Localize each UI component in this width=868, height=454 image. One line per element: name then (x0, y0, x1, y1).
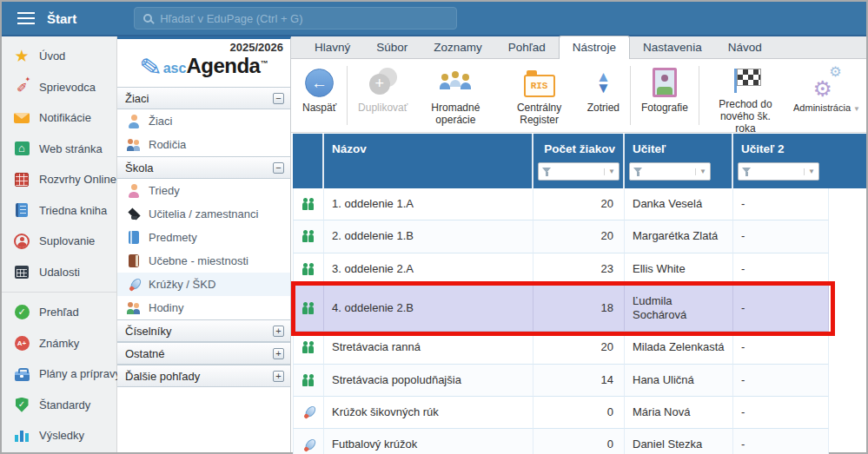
column-header-ucitel[interactable]: Učiteľ (625, 134, 733, 157)
star-icon (13, 48, 30, 65)
cell-name[interactable]: 4. oddelenie 2.B (324, 286, 533, 332)
back-button[interactable]: Naspäť (296, 64, 342, 132)
table-row[interactable]: 3. oddelenie 2.A 23 Ellis White - (293, 253, 829, 286)
left-sidebar: Úvod Sprievodca Notifikácie Web stránka … (2, 36, 117, 452)
sidebar-item-notifikacie[interactable]: Notifikácie (2, 102, 116, 134)
central-register-button[interactable]: RISCentrálny Register (497, 64, 580, 132)
sidebar-item-prehlad[interactable]: Prehľad (2, 297, 116, 328)
rocket-icon (302, 438, 315, 451)
sort-button[interactable]: Zotried (581, 64, 626, 132)
cell-name[interactable]: Futbalový krúžok (324, 429, 533, 454)
new-school-year-button[interactable]: Prechod do nového šk. roka (704, 64, 787, 132)
expand-toggle-icon[interactable]: + (273, 371, 284, 382)
tree-item-ucitelia[interactable]: Učitelia / zamestnanci (117, 202, 290, 226)
table-row[interactable]: Stretávacia popoludňajšia 14 Hana Uličná… (293, 365, 829, 397)
column-header-ucitel-2[interactable]: Učiteľ 2 (733, 134, 829, 157)
sidebar-item-rozvrhy-online[interactable]: Rozvrhy Online (2, 164, 116, 195)
tree-section-ostatne[interactable]: Ostatné+ (117, 342, 290, 365)
sidebar-item-standardy[interactable]: Štandardy (2, 390, 116, 421)
tree-section-dalsie-pohlady[interactable]: Ďalšie pohľady+ (117, 365, 290, 387)
row-icon-cell (293, 429, 324, 454)
sidebar-item-suplovanie[interactable]: Suplovanie (2, 226, 116, 257)
person-circle-icon (13, 233, 30, 250)
tree-item-ucebne[interactable]: Učebne - miestnosti (117, 249, 290, 273)
sort-arrows-icon (596, 66, 611, 99)
tree-item-kruzky-skd[interactable]: Krúžky / ŠKD (117, 273, 290, 296)
cell-name[interactable]: 3. oddelenie 2.A (324, 253, 533, 286)
children-icon (301, 374, 315, 386)
timetable-grid-icon (13, 171, 30, 188)
table-row-selected[interactable]: 4. oddelenie 2.B 18 Ľudmila Sochárová - (293, 286, 829, 332)
table-row[interactable]: Futbalový krúžok 0 Daniel Stezka - (293, 429, 829, 454)
tab-pohlad[interactable]: Pohľad (495, 36, 559, 58)
cell-name[interactable]: 2. oddelenie 1.B (324, 220, 533, 253)
hamburger-icon[interactable] (17, 12, 35, 24)
sidebar-divider (2, 292, 116, 293)
table-row[interactable]: 1. oddelenie 1.A 20 Danka Veselá - (293, 188, 829, 220)
sidebar-item-znamky[interactable]: Známky (2, 328, 116, 359)
tree-item-hodiny[interactable]: Hodiny (117, 296, 290, 319)
photos-button[interactable]: Fotografie (635, 64, 694, 132)
filter-dropdown-ucitel-2[interactable] (738, 162, 819, 181)
tab-hlavny[interactable]: Hlavný (301, 36, 363, 58)
filter-cell (625, 157, 733, 188)
children-icon (301, 302, 315, 314)
tab-subor[interactable]: Súbor (363, 36, 421, 58)
collapse-toggle-icon[interactable]: − (273, 162, 284, 174)
tree-item-predmety[interactable]: Predmety (117, 226, 290, 249)
collapse-toggle-icon[interactable]: − (273, 93, 284, 104)
table-row[interactable]: Krúžok šikovných rúk 0 Mária Nová - (293, 397, 829, 429)
filter-funnel-icon (633, 167, 643, 176)
tab-nastroje[interactable]: Nástroje (559, 36, 630, 59)
sidebar-item-triedna-kniha[interactable]: Triedna kniha (2, 195, 116, 227)
sidebar-item-vysledky[interactable]: Výsledky (2, 420, 116, 451)
filter-dropdown-pocet-ziakov[interactable] (538, 162, 620, 181)
table-row[interactable]: Stretávacia ranná 20 Milada Zelenkastá - (293, 332, 829, 364)
tab-navod[interactable]: Návod (715, 36, 775, 58)
briefcase-icon (13, 365, 30, 383)
cell-teacher: Danka Veselá (625, 188, 733, 220)
filter-dropdown-ucitel[interactable] (629, 162, 711, 181)
administration-button[interactable]: Administrácia▼ (787, 64, 866, 132)
expand-toggle-icon[interactable]: + (273, 326, 284, 337)
cell-name[interactable]: Krúžok šikovných rúk (324, 397, 533, 429)
calendar-icon (13, 263, 30, 280)
cell-name[interactable]: Stretávacia ranná (324, 332, 533, 364)
sidebar-item-plany-a-pripravy[interactable]: Plány a prípravy (2, 359, 116, 390)
row-icon-cell (293, 253, 324, 286)
table-row[interactable]: 2. oddelenie 1.B 20 Margarétka Zlatá - (293, 220, 829, 253)
bulk-operations-button[interactable]: Hromadné operácie (414, 64, 497, 132)
toolbar-divider (347, 66, 348, 125)
cell-teacher: Margarétka Zlatá (625, 220, 733, 253)
app-window: Štart Úvod Sprievodca Notifikácie Web st… (0, 0, 868, 454)
cell-count: 0 (533, 397, 625, 429)
column-header-pocet-ziakov[interactable]: Počet žiakov (533, 134, 625, 157)
search-input[interactable] (160, 12, 447, 25)
sidebar-item-web-stranka[interactable]: Web stránka (2, 134, 116, 165)
sidebar-item-uvod[interactable]: Úvod (2, 41, 116, 72)
tree-section-ciselniky[interactable]: Číselníky+ (117, 319, 290, 342)
tree-section-skola[interactable]: Škola− (117, 156, 290, 179)
agenda-panel: 2025/2026 asc Agenda ™ Žiaci− Žiaci Rodi… (117, 36, 291, 452)
tree-item-triedy[interactable]: Triedy (117, 179, 290, 202)
sidebar-item-sprievodca[interactable]: Sprievodca (2, 72, 116, 103)
tree-item-rodicia[interactable]: Rodičia (117, 133, 290, 156)
expand-toggle-icon[interactable]: + (273, 348, 284, 359)
asc-agenda-logo: asc Agenda ™ (117, 54, 290, 87)
search-box[interactable] (134, 7, 457, 30)
tab-zoznamy[interactable]: Zoznamy (421, 36, 495, 58)
cell-name[interactable]: 1. oddelenie 1.A (324, 188, 533, 220)
tab-nastavenia[interactable]: Nastavenia (630, 36, 715, 58)
search-icon (143, 14, 152, 23)
people-group-icon (438, 66, 473, 99)
sidebar-item-udalosti[interactable]: Udalosti (2, 257, 116, 288)
duplicate-button[interactable]: Duplikovať (352, 64, 414, 132)
start-label[interactable]: Štart (47, 11, 76, 26)
column-header-nazov[interactable]: Názov (324, 134, 533, 157)
tree-item-ziaci[interactable]: Žiaci (117, 109, 290, 133)
filter-cell (533, 157, 625, 188)
cell-name[interactable]: Stretávacia popoludňajšia (324, 365, 533, 397)
toolbar: Naspäť Duplikovať Hromadné operácie RISC… (291, 59, 866, 133)
tree-section-ziaci[interactable]: Žiaci− (117, 87, 290, 109)
cell-count: 18 (533, 286, 625, 332)
